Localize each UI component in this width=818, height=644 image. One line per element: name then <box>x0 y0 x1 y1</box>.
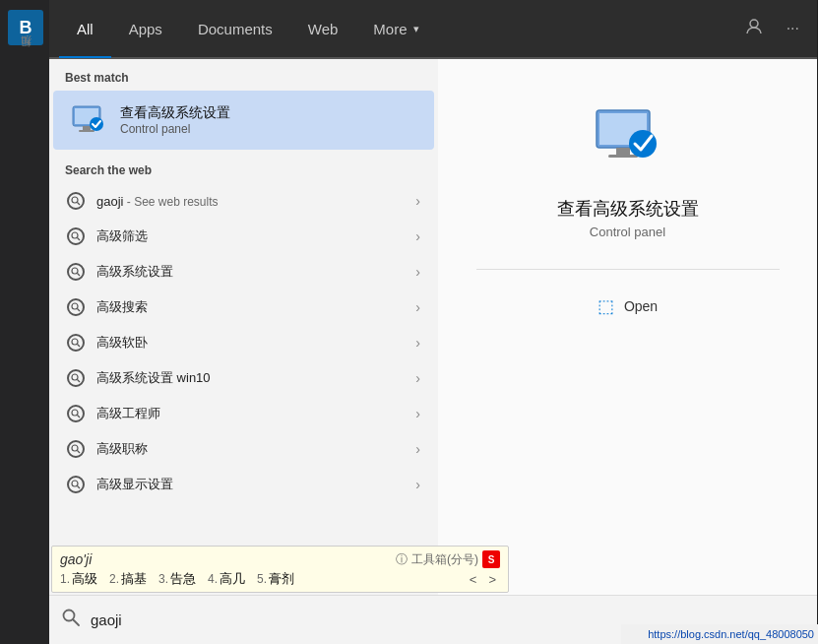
svg-line-7 <box>78 203 81 206</box>
svg-rect-27 <box>608 155 638 158</box>
editor-sidebar: B 加粗 <box>0 0 51 644</box>
more-options-icon[interactable]: ··· <box>779 16 807 41</box>
chevron-down-icon: ▾ <box>413 23 419 35</box>
search-icon <box>67 227 85 245</box>
chevron-right-icon: › <box>415 193 420 209</box>
open-label: Open <box>624 298 658 314</box>
ime-prev-button[interactable]: < <box>466 571 481 588</box>
sougou-icon: S <box>482 550 500 568</box>
search-icon <box>67 440 85 458</box>
ime-candidate-3[interactable]: 3.告急 <box>158 570 196 588</box>
ime-candidate-1[interactable]: 1.高级 <box>60 570 97 588</box>
nav-icons: ··· <box>737 14 807 43</box>
search-result-6[interactable]: 高级工程师 › <box>51 396 436 431</box>
svg-line-17 <box>78 380 81 383</box>
search-web-header: Search the web <box>49 150 438 183</box>
search-icon <box>67 192 85 210</box>
ime-candidate-4[interactable]: 4.高几 <box>208 570 245 588</box>
tab-more[interactable]: More ▾ <box>355 1 436 58</box>
sidebar-letter: B <box>8 10 43 45</box>
svg-point-8 <box>72 232 78 238</box>
svg-rect-4 <box>79 130 94 132</box>
search-icon <box>67 405 85 422</box>
tab-web[interactable]: Web <box>290 1 356 58</box>
svg-line-30 <box>74 620 80 626</box>
right-app-subtitle: Control panel <box>590 225 665 239</box>
app-icon-large <box>589 98 667 177</box>
open-icon: ⬚ <box>598 295 614 317</box>
svg-point-16 <box>72 374 78 380</box>
svg-line-21 <box>78 451 81 454</box>
ime-toolbar-text: ⓘ <box>396 551 408 568</box>
svg-point-20 <box>72 445 78 451</box>
svg-point-12 <box>72 303 78 309</box>
search-result-gaoji[interactable]: gaoji - See web results › <box>51 183 436 219</box>
svg-point-0 <box>750 20 758 28</box>
svg-line-15 <box>78 345 81 348</box>
search-result-4[interactable]: 高级软卧 › <box>51 325 436 360</box>
ime-top-row: gao'ji ⓘ 工具箱(分号) S <box>60 550 500 568</box>
search-icon-bottom <box>61 608 81 632</box>
svg-line-11 <box>78 274 81 277</box>
ime-input-text: gao'ji <box>60 551 92 567</box>
search-icon <box>67 298 85 316</box>
ime-candidate-5[interactable]: 5.膏剂 <box>257 570 294 588</box>
system-settings-icon <box>69 100 108 140</box>
svg-rect-3 <box>83 126 91 130</box>
svg-line-23 <box>78 486 81 489</box>
result-text: 高级筛选 <box>96 227 415 245</box>
search-result-5[interactable]: 高级系统设置 win10 › <box>51 360 436 396</box>
search-icon <box>67 369 85 387</box>
svg-point-18 <box>72 410 78 416</box>
svg-point-28 <box>629 130 657 158</box>
chevron-right-icon: › <box>415 370 420 386</box>
chevron-right-icon: › <box>415 299 420 315</box>
svg-line-19 <box>78 416 81 419</box>
search-result-8[interactable]: 高级显示设置 › <box>51 467 436 502</box>
svg-rect-26 <box>616 148 630 155</box>
search-result-7[interactable]: 高级职称 › <box>51 431 436 467</box>
nav-tabs: All Apps Documents Web More ▾ ··· <box>49 0 817 59</box>
result-text: gaoji - See web results <box>96 194 415 209</box>
search-result-1[interactable]: 高级筛选 › <box>51 219 436 254</box>
result-text: 高级职称 <box>96 440 415 458</box>
tab-documents[interactable]: Documents <box>180 1 290 58</box>
ime-candidates: 1.高级 2.搞基 3.告急 4.高几 5.膏剂 < > <box>60 570 500 588</box>
chevron-right-icon: › <box>415 264 420 280</box>
chevron-right-icon: › <box>415 228 420 244</box>
search-result-3[interactable]: 高级搜索 › <box>51 290 436 325</box>
ime-next-button[interactable]: > <box>484 571 500 588</box>
result-text: 高级软卧 <box>96 334 415 352</box>
search-result-2[interactable]: 高级系统设置 › <box>51 254 436 290</box>
result-text: 高级系统设置 <box>96 263 415 281</box>
best-match-text: 查看高级系统设置 Control panel <box>120 104 230 136</box>
result-text: 高级工程师 <box>96 405 415 422</box>
tab-apps[interactable]: Apps <box>111 1 180 58</box>
best-match-header: Best match <box>49 59 438 91</box>
chevron-right-icon: › <box>415 441 420 457</box>
open-button[interactable]: ⬚ Open <box>586 290 669 323</box>
search-icon <box>67 263 85 281</box>
search-icon <box>67 476 85 493</box>
svg-point-10 <box>72 268 78 274</box>
result-text: 高级显示设置 <box>96 476 415 493</box>
ime-candidate-2[interactable]: 2.搞基 <box>109 570 147 588</box>
result-text: 高级系统设置 win10 <box>96 369 415 387</box>
tab-all[interactable]: All <box>59 1 111 58</box>
svg-line-9 <box>78 238 81 241</box>
svg-line-13 <box>78 309 81 312</box>
svg-point-22 <box>72 481 78 486</box>
ime-toolbar: ⓘ 工具箱(分号) S <box>396 550 500 568</box>
best-match-item[interactable]: 查看高级系统设置 Control panel <box>53 91 434 150</box>
ime-navigation: < > <box>466 571 500 588</box>
search-icon <box>67 334 85 352</box>
svg-point-6 <box>72 197 78 203</box>
taskbar-url: https://blog.csdn.net/qq_48008050 <box>621 624 818 644</box>
chevron-right-icon: › <box>415 406 420 421</box>
account-icon[interactable] <box>737 14 771 43</box>
ime-bar: gao'ji ⓘ 工具箱(分号) S 1.高级 2.搞基 3.告急 4.高几 5… <box>51 546 509 593</box>
divider <box>476 269 780 270</box>
svg-point-14 <box>72 339 78 345</box>
result-text: 高级搜索 <box>96 298 415 316</box>
right-app-title: 查看高级系统设置 <box>557 197 699 221</box>
